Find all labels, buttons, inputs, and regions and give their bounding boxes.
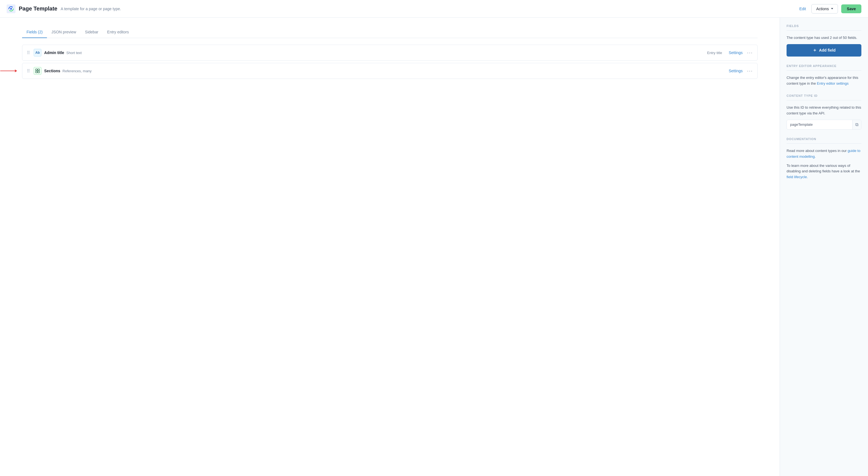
drag-handle-sections[interactable]: ⠿ [27, 68, 30, 74]
app-logo [7, 4, 16, 13]
tab-nav: Fields (2) JSON preview Sidebar Entry ed… [22, 27, 757, 38]
tab-json-preview[interactable]: JSON preview [47, 27, 80, 38]
copy-icon: ⧉ [855, 122, 858, 127]
sidebar-divider-2 [786, 70, 861, 71]
field-name-sections: Sections [44, 69, 60, 73]
sidebar-divider-3 [786, 100, 861, 100]
main-layout: Fields (2) JSON preview Sidebar Entry ed… [0, 18, 868, 476]
field-settings-admin-title[interactable]: Settings [728, 50, 743, 55]
sidebar-documentation-section: DOCUMENTATION Read more about content ty… [786, 137, 861, 180]
sidebar-content-type-id-section: CONTENT TYPE ID Use this ID to retrieve … [786, 94, 861, 130]
tab-entry-editors[interactable]: Entry editors [103, 27, 133, 38]
sidebar-documentation-text-1: Read more about content types in our gui… [786, 148, 861, 160]
sidebar-documentation-text-2: To learn more about the various ways of … [786, 163, 861, 180]
arrow-annotation [0, 71, 17, 71]
page-title: Page Template [19, 5, 57, 12]
content-type-id-input[interactable] [787, 120, 852, 129]
edit-button[interactable]: Edit [797, 5, 808, 13]
plus-icon: ＋ [812, 47, 817, 53]
field-more-sections[interactable]: ··· [747, 68, 753, 74]
copy-id-button[interactable]: ⧉ [852, 120, 861, 129]
field-more-admin-title[interactable]: ··· [747, 50, 753, 56]
svg-rect-4 [36, 71, 37, 73]
page-header: Page Template A template for a page or p… [0, 0, 868, 18]
svg-rect-2 [36, 69, 37, 71]
sidebar-fields-section: FIELDS The content type has used 2 out o… [786, 24, 861, 57]
sidebar-fields-title: FIELDS [786, 24, 861, 28]
arrow-line [0, 71, 17, 71]
chevron-down-icon [831, 8, 833, 9]
field-row-sections: ⠿ Sections References, many Settings ··· [22, 63, 757, 79]
drag-handle-admin-title[interactable]: ⠿ [27, 50, 30, 56]
add-field-button[interactable]: ＋ Add field [786, 44, 861, 57]
sidebar-content-type-id-title: CONTENT TYPE ID [786, 94, 861, 97]
page-subtitle: A template for a page or page type. [61, 7, 121, 11]
fields-list: ⠿ Ab Admin title Short text Entry title … [22, 45, 757, 81]
add-field-label: Add field [819, 48, 836, 53]
right-sidebar: FIELDS The content type has used 2 out o… [780, 18, 868, 476]
field-name-admin-title: Admin title [44, 50, 64, 55]
entry-editor-settings-link[interactable]: Entry editor settings [817, 81, 849, 86]
svg-point-1 [10, 8, 12, 10]
sidebar-documentation-title: DOCUMENTATION [786, 137, 861, 141]
content-type-id-input-wrapper: ⧉ [786, 120, 861, 130]
field-row-admin-title: ⠿ Ab Admin title Short text Entry title … [22, 45, 757, 61]
field-icon-sections [34, 67, 41, 75]
save-button[interactable]: Save [841, 4, 861, 13]
content-area: Fields (2) JSON preview Sidebar Entry ed… [0, 18, 780, 476]
sidebar-content-type-id-description: Use this ID to retrieve everything relat… [786, 105, 861, 116]
svg-rect-3 [38, 69, 39, 71]
field-lifecycle-link[interactable]: field lifecycle. [786, 175, 808, 179]
tab-fields[interactable]: Fields (2) [22, 27, 47, 38]
header-actions: Edit Actions Save [797, 4, 861, 13]
field-icon-admin-title: Ab [34, 49, 41, 57]
field-type-admin-title: Short text [66, 51, 82, 55]
field-settings-sections[interactable]: Settings [728, 69, 743, 73]
sidebar-divider-4 [786, 143, 861, 144]
field-type-sections: References, many [62, 69, 92, 73]
sidebar-entry-editor-section: ENTRY EDITOR APPEARANCE Change the entry… [786, 64, 861, 87]
sidebar-entry-editor-title: ENTRY EDITOR APPEARANCE [786, 64, 861, 68]
actions-button[interactable]: Actions [811, 4, 838, 13]
sidebar-divider-1 [786, 30, 861, 31]
field-badge-admin-title: Entry title [707, 51, 722, 55]
tab-sidebar[interactable]: Sidebar [81, 27, 103, 38]
sidebar-fields-description: The content type has used 2 out of 50 fi… [786, 35, 861, 41]
sidebar-entry-editor-description: Change the entry editor's appearance for… [786, 75, 861, 87]
svg-rect-5 [38, 71, 39, 73]
